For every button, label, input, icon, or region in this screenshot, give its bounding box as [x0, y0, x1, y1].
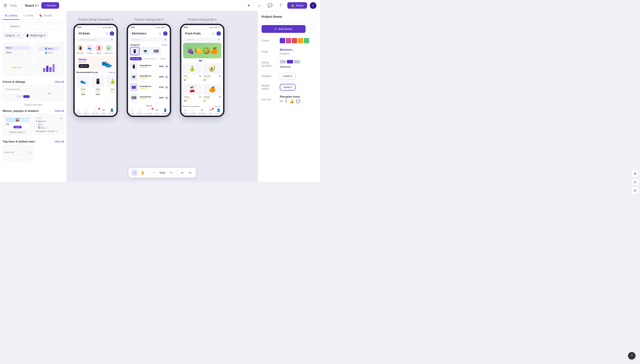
list-item-4[interactable]: ⌨ Smartphone ★★★★☆ $999 ⊕	[128, 92, 170, 103]
bottom-nav-search-3[interactable]: ⌕ Search	[190, 108, 195, 114]
tab-best-sales[interactable]: Best Sales	[130, 57, 142, 60]
color-swatch-1[interactable]	[280, 38, 285, 43]
hamburger-icon[interactable]: ☰	[4, 3, 7, 8]
color-swatch-4[interactable]	[298, 38, 303, 43]
tab-saved[interactable]: 🔖 Saved	[37, 11, 54, 20]
drawer-preview[interactable]: ✕ ☰ Menu 1 ▾ Item 1 Item 2 👤 Menu 2 Navi…	[34, 114, 64, 135]
bottom-nav-account-3[interactable]: 👤 Account	[215, 108, 222, 114]
category-electronics[interactable]: 📱 Electronics	[76, 44, 84, 54]
zoom-out-btn[interactable]: −	[150, 169, 157, 176]
bottom-nav-account-2[interactable]: 👤 Account	[162, 108, 168, 114]
add-screen-button[interactable]: + Screen	[41, 2, 59, 9]
tab-best-matched[interactable]: Best Matched	[143, 57, 157, 60]
category-beauty[interactable]: 💄 Beauty	[95, 44, 103, 54]
list-frame-label[interactable]: Product Listing (List) ▾	[134, 18, 163, 21]
heart-icon-3: ♥	[201, 108, 203, 112]
rec-product-shoes[interactable]: 👟 Shoes ★★★★ 4.5 $299	[76, 75, 90, 96]
hand-tool[interactable]: ✋	[139, 169, 146, 176]
tab-icons[interactable]: ☺ Icons	[21, 11, 36, 20]
undo-btn[interactable]: ↩	[179, 169, 186, 176]
avocado-add-icon[interactable]: ⊕	[219, 75, 221, 77]
canvas-area[interactable]: Product listing (Carousel) ▾ 9:41 ▲▲▲WiF…	[67, 11, 258, 182]
phone2-scroll[interactable]: ‹ Electronics 🛒 👤 ⌕ Search	[128, 30, 170, 107]
main-layout: ⊞ Library ☺ Icons 🔖 Saved ⌕ Jump to... ▾	[0, 11, 320, 182]
phone-frame-carousel: Product listing (Carousel) ▾ 9:41 ▲▲▲WiF…	[73, 18, 118, 117]
phone1-search[interactable]: ⌕ Search for product ▼	[76, 38, 115, 42]
redo-btn[interactable]: ↪	[186, 169, 193, 176]
bottom-nav-search-2[interactable]: ⌕ Search	[137, 108, 142, 114]
orange-add-icon[interactable]: ⊕	[219, 96, 221, 98]
see-all-btn[interactable]: See all	[128, 103, 170, 107]
user-avatar[interactable]: V	[310, 2, 316, 9]
topbars-title: Top bars & bottom bars	[3, 140, 35, 143]
menu-preview-2[interactable]: 👤 Menu 👤 Menu	[34, 42, 64, 58]
grid-product-avocado[interactable]: 🥑 Avocado ⊕ ★★★★ $4	[203, 63, 221, 82]
edit-theme-button[interactable]: ✏ Edit theme	[262, 25, 306, 33]
phone1-scroll[interactable]: ‹ All Deals 🛒 👤 ⌕ Search for product	[75, 30, 116, 107]
search-icon-btn[interactable]: ⌕	[255, 2, 263, 10]
bottom-nav-search-1[interactable]: ⌕ Search	[83, 108, 89, 114]
color-swatch-3[interactable]	[292, 38, 297, 43]
cherry-add-icon[interactable]: ⊕	[199, 96, 201, 98]
topbar-preview[interactable]: Section title	[3, 145, 33, 160]
form-preview[interactable]: Create new item 👟	[3, 85, 33, 101]
bottom-nav-inbox-3[interactable]: ✉ Inbox	[208, 108, 213, 114]
bottom-nav-favorites-3[interactable]: ♥ Favorites	[198, 108, 206, 114]
rec-product-tablet[interactable]: 📱 Tablet ★★★★ 4.5 $499	[91, 75, 104, 96]
menus-view-all[interactable]: View all	[55, 110, 64, 112]
zoom-in-btn[interactable]: +	[168, 169, 175, 176]
board-selector[interactable]: Board 1 ▾	[25, 4, 39, 7]
zoom-level[interactable]: 52%	[158, 171, 167, 174]
pointer-tool[interactable]: ⬡	[131, 169, 138, 176]
phone2-search[interactable]: ⌕ Search ▼	[130, 38, 168, 42]
grid-product-pear[interactable]: 🍐 Pear ⊕ ★★★★ $3	[183, 63, 201, 82]
add-icon-4[interactable]: ⊕	[165, 96, 168, 100]
category-fresh-fruits[interactable]: 🥑 Fresh Fruits	[104, 44, 113, 54]
bottom-nav-account-1[interactable]: 👤 Account	[109, 108, 115, 114]
tab-library[interactable]: ⊞ Library	[3, 11, 20, 20]
grid-product-cherry[interactable]: 🍒 Cherry ⊕ ★★★★★ $10	[183, 84, 201, 102]
bottom-nav-inbox-1[interactable]: ✉ Inbox	[102, 108, 106, 114]
rec-product-pear[interactable]: 🍐 Pear ★★★★ 4.5	[106, 75, 116, 96]
carousel-frame-label[interactable]: Product listing (Carousel) ▾	[78, 18, 113, 21]
color-swatch-2[interactable]	[286, 38, 291, 43]
bottom-nav-inbox-2[interactable]: ✉ Inbox	[155, 108, 159, 114]
device-selector[interactable]: 📱 Mobile App ▾	[23, 33, 48, 38]
list-item-2[interactable]: 💻 Smartphone ★★★★★ $899 ⊕	[128, 72, 170, 82]
bottom-nav-home-1[interactable]: ⌂ Home	[76, 108, 81, 114]
category-fashion[interactable]: 👟 Fashion	[86, 44, 93, 54]
search-input[interactable]	[3, 23, 64, 30]
add-icon-2[interactable]: ⊕	[165, 75, 168, 78]
bottom-nav-favorites-1[interactable]: ♡ Favorites	[92, 108, 99, 114]
list-item-3[interactable]: 🎮 Smartphone ★★★★☆ $789 ⊕	[128, 82, 170, 92]
pear-add-icon[interactable]: ⊕	[199, 75, 201, 77]
popup-preview[interactable]: ✕ 🌄 Title Button Media popup 1	[3, 114, 33, 135]
jump-to-button[interactable]: Jump to... ▾	[3, 33, 22, 38]
bottom-nav-favorites-2[interactable]: ♡ Favorites	[145, 108, 152, 114]
bottom-nav-home-3[interactable]: ⌂ Home	[183, 108, 187, 114]
comment-icon-btn[interactable]: 💬	[266, 2, 274, 10]
share-button[interactable]: 🔒 Share	[287, 2, 307, 9]
grid-product-orange[interactable]: 🍊 Orange ⊕ ★★★★ $7	[203, 84, 221, 102]
tab-popular[interactable]: Popular	[158, 57, 168, 60]
grid-frame-label[interactable]: Product listing (Grid) ▾	[188, 18, 217, 21]
magic-icon-btn[interactable]: ✦	[245, 2, 253, 10]
bottom-nav-home-2[interactable]: ⌂ Home	[129, 108, 134, 114]
stars-preview[interactable]: ★★★★☆	[3, 60, 33, 75]
color-swatch-5[interactable]	[304, 38, 309, 43]
search-wrap: ⌕	[3, 23, 64, 30]
phone3-search[interactable]: ⌕ Search ▼	[183, 38, 221, 42]
arrow-preview[interactable]: →	[34, 85, 64, 101]
export-icon-btn[interactable]: ⤴	[277, 2, 285, 10]
phone3-scroll[interactable]: ‹ Fresh Fruits 🛒 👤 ⌕ Search	[181, 30, 223, 107]
bar-chart-preview[interactable]	[34, 60, 64, 75]
shadow-box[interactable]: Level 3	[280, 73, 295, 79]
forms-view-all[interactable]: View all	[55, 80, 64, 84]
add-icon-1[interactable]: ⊕	[165, 64, 168, 68]
menu-preview-1[interactable]: Menu Menu	[3, 42, 33, 58]
list-item-1[interactable]: 📱 Smartphone ★★★★☆ $899 ⊕	[128, 61, 170, 72]
add-icon-3[interactable]: ⊕	[165, 86, 168, 89]
more-options-button[interactable]: ···	[307, 25, 315, 33]
radius-box[interactable]: Level 4	[280, 84, 296, 90]
topbars-view-all[interactable]: View all	[55, 140, 64, 143]
